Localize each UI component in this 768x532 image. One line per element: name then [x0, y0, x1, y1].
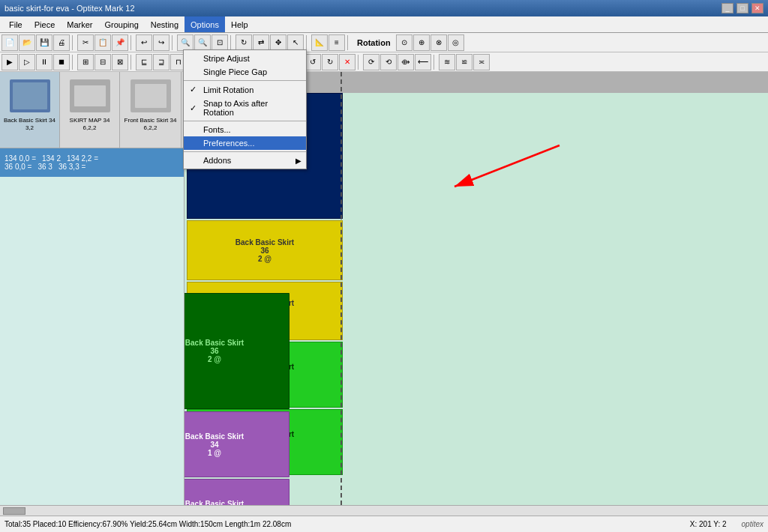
separator-2 [184, 121, 306, 121]
tb-marker[interactable]: 📐 [311, 34, 328, 51]
tb-r4[interactable]: ◎ [448, 34, 464, 51]
horizontal-scrollbar[interactable] [0, 505, 768, 516]
tb-open[interactable]: 📂 [19, 34, 35, 51]
tb-r1[interactable]: ⊙ [396, 34, 412, 51]
piece-3-name: Front Basic Skirt 346,2,2 [124, 117, 177, 131]
dropdown-single-piece-gap[interactable]: Single Piece Gap [184, 65, 306, 79]
tb-r2[interactable]: ⊕ [413, 34, 430, 51]
tb2-1[interactable]: ▶ [2, 54, 18, 70]
brand-label: optitex [742, 520, 764, 528]
piece-thumb-1[interactable]: Back Basic Skirt 343,2 [0, 72, 60, 148]
piece-thumb-3[interactable]: Front Basic Skirt 346,2,2 [120, 72, 182, 148]
tb-move[interactable]: ✥ [270, 34, 286, 51]
info-row-1: 134 0,0 = 134 2 134 2,2 = [4, 154, 179, 163]
tb-save[interactable]: 💾 [36, 34, 52, 51]
tb-flip[interactable]: ⇄ [253, 34, 269, 51]
dropdown-addons[interactable]: Addons ▶ [184, 154, 306, 167]
sep5 [306, 35, 309, 50]
tb2-25[interactable]: ≍ [473, 54, 490, 70]
dropdown-limit-rotation[interactable]: ✓ Limit Rotation [184, 82, 306, 97]
dropdown-preferences[interactable]: Preferences... [184, 136, 306, 150]
title-bar: basic skirt-for eva - Optitex Mark 12 _ … [0, 0, 768, 16]
info-36-3: 36 3,3 = [58, 163, 86, 171]
tb-undo[interactable]: ↩ [136, 34, 152, 51]
sep8 [130, 55, 134, 70]
red-annotation-arrow [417, 138, 567, 198]
tb-fit[interactable]: ⊡ [212, 34, 228, 51]
info-36-2: 36 3 [38, 163, 52, 171]
sep2 [130, 35, 134, 50]
dropdown-fonts[interactable]: Fonts... [184, 123, 306, 136]
rotation-label: Rotation [352, 38, 395, 47]
tb2-4[interactable]: ⏹ [53, 54, 70, 70]
dropdown-stripe-adjust[interactable]: Stripe Adjust [184, 52, 306, 65]
separator-3 [184, 151, 306, 152]
tb2-2[interactable]: ▷ [19, 54, 35, 70]
tb2-9[interactable]: ⊒ [153, 54, 170, 70]
tb2-7[interactable]: ⊠ [112, 54, 128, 70]
toolbar-2: ▶ ▷ ⏸ ⏹ ⊞ ⊟ ⊠ ⊑ ⊒ ⊓ ⊔ ✦ ✧ ✩ ✪ ✫ ↺ ↻ ✕ ⟳ … [0, 52, 768, 72]
piece-list-area [0, 177, 184, 505]
pieces-row: Back Basic Skirt 343,2 SKIRT MAP 346,2,2… [0, 72, 184, 148]
tb2-5[interactable]: ⊞ [77, 54, 94, 70]
tb2-18[interactable]: ↻ [322, 54, 338, 70]
minimize-button[interactable]: _ [722, 3, 734, 13]
tb2-20[interactable]: ⟲ [380, 54, 397, 70]
close-button[interactable]: ✕ [752, 3, 764, 13]
tb-print[interactable]: 🖨 [53, 34, 70, 51]
tb-redo[interactable]: ↪ [153, 34, 170, 51]
app-title: basic skirt-for eva - Optitex Mark 12 [4, 4, 135, 13]
tb-cut[interactable]: ✂ [77, 34, 94, 51]
svg-rect-5 [135, 84, 166, 108]
window-controls[interactable]: _ □ ✕ [722, 3, 764, 13]
menu-piece[interactable]: Piece [28, 16, 62, 32]
tb-new[interactable]: 📄 [2, 34, 18, 51]
menu-file[interactable]: File [3, 16, 28, 32]
tb2-3[interactable]: ⏸ [36, 54, 52, 70]
marker-boundary-line [340, 72, 342, 505]
sep7 [72, 55, 75, 70]
fabric-piece-purple-2[interactable]: Back Basic Skirt 34 1 [184, 479, 290, 505]
fabric-piece-yellow-1[interactable]: Back Basic Skirt 36 2 @ [187, 220, 343, 280]
status-bar: Total:35 Placed:10 Efficiency:67.90% Yie… [0, 516, 768, 532]
fabric-piece-purple-1[interactable]: Back Basic Skirt 34 1 @ [184, 411, 290, 477]
menu-help[interactable]: Help [225, 16, 254, 32]
toolbar-1: 📄 📂 💾 🖨 ✂ 📋 📌 ↩ ↪ 🔍 🔍 ⊡ ↻ ⇄ ✥ ↖ 📐 ≡ Rota… [0, 33, 768, 52]
piece-thumb-img-3 [128, 75, 174, 117]
tb2-delete[interactable]: ✕ [339, 54, 356, 70]
menu-options[interactable]: Options [184, 16, 225, 32]
piece-thumb-img-2 [67, 75, 113, 117]
tb2-23[interactable]: ≋ [439, 54, 455, 70]
info-row-2: 36 0,0 = 36 3 36 3,3 = [4, 163, 179, 171]
dropdown-snap-axis[interactable]: ✓ Snap to Axis after Rotation [184, 97, 306, 119]
tb2-8[interactable]: ⊑ [136, 54, 152, 70]
menu-marker[interactable]: Marker [61, 16, 98, 32]
tb-align[interactable]: ≡ [328, 34, 345, 51]
tb2-21[interactable]: ⟴ [398, 54, 414, 70]
menu-nesting[interactable]: Nesting [145, 16, 184, 32]
tb2-6[interactable]: ⊟ [94, 54, 111, 70]
tb-paste[interactable]: 📌 [112, 34, 128, 51]
svg-line-7 [454, 145, 560, 187]
piece-thumb-img-1 [7, 75, 53, 117]
tb2-24[interactable]: ≌ [456, 54, 472, 70]
tb-r3[interactable]: ⊗ [430, 34, 447, 51]
piece-thumb-2[interactable]: SKIRT MAP 346,2,2 [60, 72, 120, 148]
tb2-19[interactable]: ⟳ [363, 54, 380, 70]
maximize-button[interactable]: □ [736, 3, 748, 13]
tb-select[interactable]: ↖ [287, 34, 304, 51]
scroll-thumb[interactable] [3, 507, 26, 515]
fabric-piece-dark-green-left[interactable]: Back Basic Skirt 36 2 @ [184, 293, 290, 409]
tb2-22[interactable]: ⟵ [415, 54, 431, 70]
info-134-1: 134 0,0 = [4, 154, 36, 163]
piece-2-name: SKIRT MAP 346,2,2 [70, 117, 110, 131]
tb2-17[interactable]: ↺ [304, 54, 321, 70]
sep1 [72, 35, 75, 50]
tb-zoom-in[interactable]: 🔍 [177, 34, 194, 51]
info-36-1: 36 0,0 = [4, 163, 32, 171]
menu-grouping[interactable]: Grouping [99, 16, 145, 32]
tb-rotate[interactable]: ↻ [236, 34, 252, 51]
piece-1-name: Back Basic Skirt 343,2 [4, 117, 56, 131]
tb-copy[interactable]: 📋 [94, 34, 111, 51]
tb-zoom-out[interactable]: 🔍 [194, 34, 211, 51]
